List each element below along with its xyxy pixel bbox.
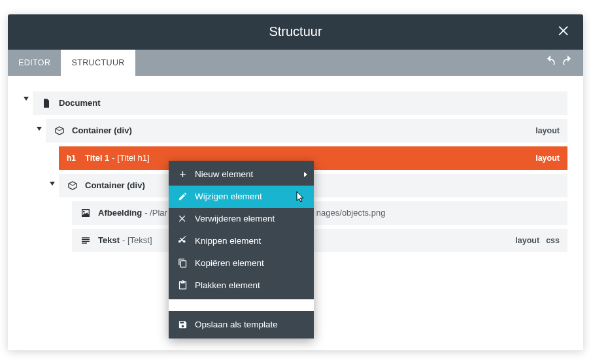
undo-icon xyxy=(544,55,557,68)
tag-layout[interactable]: layout xyxy=(535,154,560,163)
toggle-icon[interactable] xyxy=(50,182,55,186)
copy-icon xyxy=(177,258,188,268)
close-icon xyxy=(557,24,571,38)
plus-icon xyxy=(177,169,188,179)
ctx-label: Plakken element xyxy=(195,280,260,290)
ctx-label: Knippen element xyxy=(195,236,261,246)
image-icon xyxy=(80,208,92,218)
row-label: Document xyxy=(59,98,101,108)
row-extra: - [Tekst] xyxy=(122,235,152,245)
tree-row-wrap: Document xyxy=(33,91,567,115)
ctx-copy-element[interactable]: Kopiëren element xyxy=(169,252,314,274)
ctx-paste-element[interactable]: Plakken element xyxy=(169,274,314,297)
tree-panel: Document Container (div) layout h1 Titel… xyxy=(8,76,583,350)
titlebar: Structuur xyxy=(8,14,583,50)
text-icon xyxy=(80,235,92,246)
tab-editor[interactable]: EDITOR xyxy=(8,50,61,76)
context-menu: Nieuw element Wijzigen element Verwijder… xyxy=(169,161,314,339)
box-icon xyxy=(67,180,78,191)
row-extra: nages/objects.png xyxy=(316,208,386,218)
ctx-label: Verwijderen element xyxy=(195,214,275,223)
tag-layout[interactable]: layout xyxy=(535,126,560,135)
row-prefix: h1 xyxy=(67,154,81,163)
row-extra: - [Titel h1] xyxy=(112,153,149,163)
tabbar-actions xyxy=(544,50,574,76)
toggle-icon[interactable] xyxy=(24,97,29,101)
close-button[interactable] xyxy=(557,24,571,40)
undo-button[interactable] xyxy=(544,55,557,70)
tree-row-tekst[interactable]: Tekst - [Tekst] layout css xyxy=(72,229,567,252)
tree-row-wrap: Afbeelding - /Plar nages/objects.png xyxy=(72,201,567,225)
row-extra: - /Plar xyxy=(144,208,167,218)
menu-separator xyxy=(169,299,314,311)
row-label: Titel 1 xyxy=(85,153,109,163)
tree-row-wrap: Container (div) layout xyxy=(46,119,567,142)
redo-icon xyxy=(561,55,574,68)
ctx-new-element[interactable]: Nieuw element xyxy=(169,163,314,186)
clipboard-icon xyxy=(177,280,188,290)
ctx-save-template[interactable]: Opslaan als template xyxy=(169,314,314,336)
ctx-label: Wijzigen element xyxy=(195,191,262,201)
tree-row-afbeelding[interactable]: Afbeelding - /Plar nages/objects.png xyxy=(72,201,567,225)
structure-window: Structuur EDITOR STRUCTUUR Document xyxy=(8,14,583,350)
row-label: Tekst xyxy=(98,235,120,245)
x-icon xyxy=(177,214,188,223)
row-label: Container (div) xyxy=(72,125,132,135)
ctx-edit-element[interactable]: Wijzigen element xyxy=(169,186,314,208)
tab-structuur[interactable]: STRUCTUUR xyxy=(61,50,135,76)
ctx-cut-element[interactable]: Knippen element xyxy=(169,230,314,252)
tree-row-wrap: Tekst - [Tekst] layout css xyxy=(72,229,567,252)
tag-layout[interactable]: layout xyxy=(515,236,539,245)
row-label: Afbeelding xyxy=(98,208,142,218)
toggle-icon[interactable] xyxy=(37,127,42,131)
window-title: Structuur xyxy=(269,24,322,39)
redo-button[interactable] xyxy=(561,55,574,70)
tabbar: EDITOR STRUCTUUR xyxy=(8,50,583,76)
box-icon xyxy=(54,125,65,136)
tree-row-document[interactable]: Document xyxy=(33,91,567,115)
save-icon xyxy=(177,320,188,329)
pencil-icon xyxy=(177,191,188,201)
chevron-right-icon xyxy=(304,172,307,177)
scissors-icon xyxy=(177,236,188,246)
row-label: Container (div) xyxy=(85,180,145,190)
tag-css[interactable]: css xyxy=(546,236,560,245)
ctx-label: Kopiëren element xyxy=(195,258,264,268)
tree-row-container[interactable]: Container (div) layout xyxy=(46,119,567,142)
ctx-label: Opslaan als template xyxy=(195,320,278,329)
ctx-delete-element[interactable]: Verwijderen element xyxy=(169,208,314,230)
document-icon xyxy=(41,98,52,108)
ctx-label: Nieuw element xyxy=(195,169,253,179)
